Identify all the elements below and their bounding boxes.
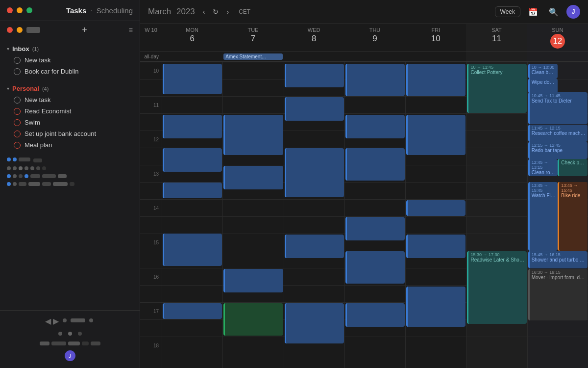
filter-button[interactable]: ≡ bbox=[129, 26, 133, 34]
task-label-new-personal: New task bbox=[24, 96, 50, 104]
sun-watch-final-cut[interactable]: 13:45 → 15:45 Watch Final Cut bbox=[528, 182, 558, 251]
mon-event-6[interactable] bbox=[163, 303, 222, 319]
tue-event-4[interactable] bbox=[223, 303, 283, 336]
sat-collect-pottery[interactable]: 10 → 11:45 Collect Pottery bbox=[467, 64, 526, 113]
mon-event-1[interactable] bbox=[163, 64, 222, 94]
window-control-red[interactable] bbox=[7, 7, 13, 13]
wed-event-5[interactable] bbox=[285, 303, 344, 343]
col-thu[interactable]: Thu 9 bbox=[344, 24, 405, 52]
col-wed[interactable]: Wed 8 bbox=[284, 24, 344, 52]
mon-label: Mon bbox=[164, 27, 220, 33]
personal-chevron-icon: ▾ bbox=[7, 86, 9, 91]
prev-button[interactable]: ‹ bbox=[200, 7, 208, 17]
task-checkbox-meal-plan[interactable] bbox=[14, 142, 21, 149]
sun-clean-room[interactable]: 12:45 → 13:15 Clean room bbox=[528, 159, 558, 176]
timezone-label: CET bbox=[239, 8, 250, 15]
week-view-button[interactable]: Week bbox=[495, 6, 520, 17]
calendar-icon-button[interactable]: 📅 bbox=[525, 6, 541, 18]
window-control-yellow[interactable] bbox=[17, 7, 23, 13]
task-checkbox-book-car[interactable] bbox=[14, 68, 21, 75]
fri-event-3[interactable] bbox=[406, 200, 466, 216]
thu-event-5[interactable] bbox=[345, 251, 405, 284]
col-fri[interactable]: Fri 10 bbox=[405, 24, 466, 52]
sun-shower[interactable]: 15:45 → 16:15 Shower and put turbo away bbox=[528, 251, 588, 268]
task-checkbox-joint-bank[interactable] bbox=[14, 131, 21, 137]
user-avatar-small[interactable]: J bbox=[65, 350, 75, 361]
bar-2 bbox=[33, 158, 42, 162]
sun-clean-bathroom[interactable]: 10 → 10:30 Clean bathroom bbox=[528, 64, 558, 79]
col-sat[interactable]: Sat 11 bbox=[466, 24, 527, 52]
thu-event-1[interactable] bbox=[345, 64, 405, 96]
sat-readwise[interactable]: 15:30 → 17:30 Readwise Later & Shortlist… bbox=[467, 251, 526, 324]
add-task-button[interactable]: + bbox=[79, 25, 89, 35]
task-new-inbox[interactable]: New task bbox=[0, 54, 140, 66]
user-avatar[interactable]: J bbox=[566, 5, 580, 19]
task-checkbox-read-economist[interactable] bbox=[14, 108, 21, 115]
footer-avatar-row: J bbox=[7, 347, 133, 364]
task-book-car[interactable]: Book car for Dublin bbox=[0, 66, 140, 77]
tue-event-2[interactable] bbox=[223, 166, 283, 189]
thu-event-4[interactable] bbox=[345, 217, 405, 240]
personal-section-header[interactable]: ▾ Personal (4) bbox=[0, 81, 140, 94]
wed-event-2[interactable] bbox=[285, 97, 344, 121]
task-checkbox-swim[interactable] bbox=[14, 119, 21, 126]
mon-event-2[interactable] bbox=[163, 115, 222, 138]
sun-check-pool[interactable]: Check pool ... bbox=[558, 159, 588, 176]
tue-event-3[interactable] bbox=[223, 269, 283, 292]
left-arrow-icon[interactable]: ◀ bbox=[45, 316, 51, 326]
sun-bike-ride-time: 13:45 → 15:45 bbox=[561, 183, 586, 193]
mon-event-3[interactable] bbox=[163, 148, 222, 172]
amex-statement-event[interactable]: Amex Statement... bbox=[223, 53, 282, 60]
day-col-fri bbox=[405, 62, 466, 368]
fri-event-5[interactable] bbox=[406, 287, 466, 327]
footer-bar bbox=[71, 318, 85, 322]
mon-event-5[interactable] bbox=[163, 234, 222, 266]
time-1330 bbox=[140, 182, 162, 199]
sun-research-coffee[interactable]: 11:45 → 12:15 Research coffee machine bbox=[528, 125, 588, 142]
time-16: 16 bbox=[140, 268, 162, 285]
fri-event-1[interactable] bbox=[406, 64, 466, 96]
sun-bike-ride[interactable]: 13:45 → 15:45 Bike ride bbox=[558, 182, 588, 251]
thu-event-6[interactable] bbox=[345, 303, 405, 327]
wed-event-3[interactable] bbox=[285, 148, 344, 197]
inbox-section-header[interactable]: ▾ Inbox (1) bbox=[0, 41, 140, 54]
search-icon-button[interactable]: 🔍 bbox=[546, 6, 562, 18]
fri-event-4[interactable] bbox=[406, 235, 466, 258]
allday-sat bbox=[466, 52, 527, 61]
tue-event-1[interactable] bbox=[223, 115, 283, 155]
fri-event-2[interactable] bbox=[406, 115, 466, 155]
wed-event-1[interactable] bbox=[285, 64, 344, 87]
col-mon[interactable]: Mon 6 bbox=[162, 24, 222, 52]
mon-event-4[interactable] bbox=[163, 183, 222, 198]
day-col-mon bbox=[162, 62, 222, 368]
task-swim[interactable]: Swim bbox=[0, 117, 140, 128]
time-1230 bbox=[140, 148, 162, 165]
sat-readwise-time: 15:30 → 17:30 bbox=[470, 252, 524, 257]
sun-send-tax[interactable]: 10:45 → 11:45 Send Tax to Dieter bbox=[528, 92, 588, 124]
thu-event-3[interactable] bbox=[345, 148, 405, 181]
sun-redo-bar-tape[interactable]: 12:15 → 12:45 Redo bar tape bbox=[528, 142, 588, 159]
next-button[interactable]: › bbox=[223, 7, 232, 17]
col-tue[interactable]: Tue 7 bbox=[222, 24, 283, 52]
col-sun[interactable]: Sun 12 bbox=[527, 24, 588, 52]
thu-event-2[interactable] bbox=[345, 115, 405, 138]
bar-1 bbox=[19, 158, 30, 161]
dot-bar bbox=[26, 27, 40, 33]
right-arrow-icon[interactable]: ▶ bbox=[53, 316, 59, 326]
task-checkbox-new-personal[interactable] bbox=[14, 97, 21, 104]
task-joint-bank[interactable]: Set up joint bank account bbox=[0, 128, 140, 139]
calendar-year: 2023 bbox=[176, 7, 195, 16]
wed-num: 8 bbox=[286, 34, 343, 44]
task-meal-plan[interactable]: Meal plan bbox=[0, 139, 140, 151]
sun-wipe-door[interactable]: Wipe down door bbox=[528, 79, 558, 93]
task-checkbox-new-inbox[interactable] bbox=[14, 57, 21, 64]
wed-event-4[interactable] bbox=[285, 235, 344, 258]
allday-thu bbox=[344, 52, 405, 61]
task-new-personal[interactable]: New task bbox=[0, 94, 140, 105]
tue-num: 7 bbox=[224, 34, 281, 44]
sun-mover[interactable]: 16:30 → 19:15 Mover - import form, decid… bbox=[528, 269, 588, 320]
refresh-button[interactable]: ↻ bbox=[210, 7, 221, 17]
task-read-economist[interactable]: Read Economist bbox=[0, 105, 140, 117]
window-control-green[interactable] bbox=[26, 7, 32, 13]
footer-bar-2 bbox=[40, 342, 49, 345]
